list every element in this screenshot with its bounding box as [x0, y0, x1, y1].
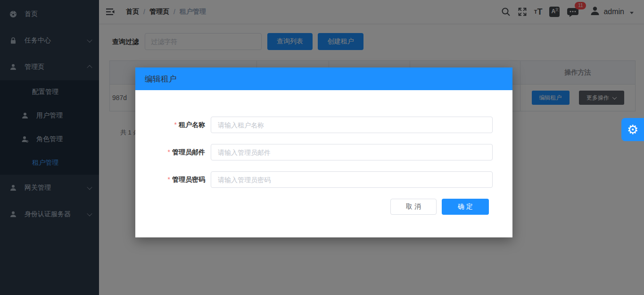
confirm-button[interactable]: 确 定 [442, 199, 489, 215]
settings-drawer-button[interactable]: ⚙ [621, 118, 644, 141]
modal-title: 编辑租户 [145, 74, 177, 84]
field-label: *租户名称 [135, 117, 205, 133]
edit-tenant-modal: 编辑租户 *租户名称 *管理员邮件 *管理员密码 取 消 确 定 [135, 67, 512, 237]
gear-icon: ⚙ [627, 122, 638, 137]
form-row-tenant-name: *租户名称 [135, 117, 512, 133]
modal-header: 编辑租户 [135, 67, 512, 90]
admin-password-input[interactable] [211, 171, 493, 188]
field-label: *管理员邮件 [135, 144, 205, 160]
required-mark: * [168, 176, 170, 183]
modal-footer: 取 消 确 定 [390, 199, 489, 215]
tenant-name-input[interactable] [211, 117, 493, 133]
required-mark: * [174, 121, 177, 128]
field-label: *管理员密码 [135, 171, 205, 188]
required-mark: * [168, 148, 170, 156]
cancel-button[interactable]: 取 消 [390, 199, 437, 215]
form-row-admin-password: *管理员密码 [135, 171, 512, 188]
admin-email-input[interactable] [211, 144, 493, 160]
form-row-admin-email: *管理员邮件 [135, 144, 512, 160]
